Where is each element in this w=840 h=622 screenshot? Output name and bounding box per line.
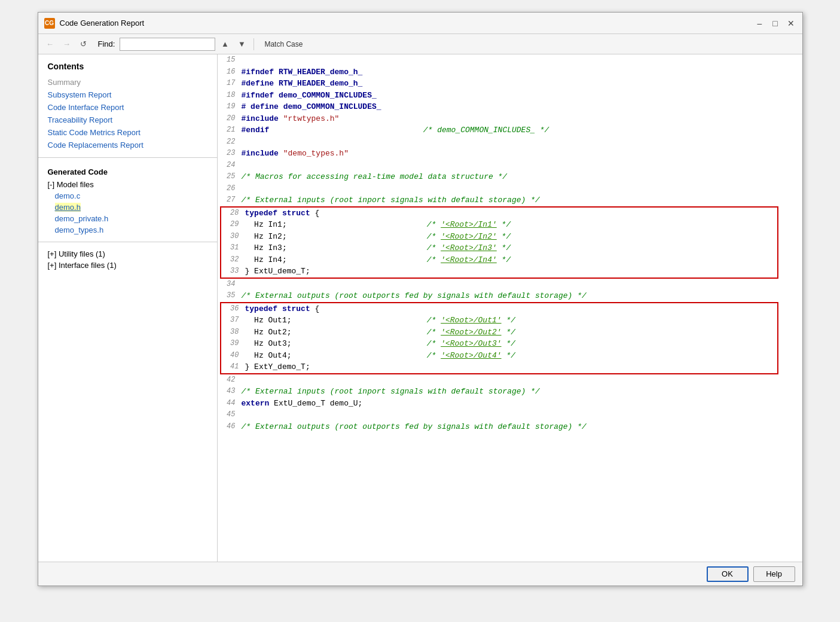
code-line-26: 26: [218, 183, 802, 195]
link-root-out4[interactable]: '<Root>/Out4': [441, 351, 501, 360]
line-num-16: 16: [220, 66, 242, 77]
link-root-in3[interactable]: '<Root>/In3': [441, 243, 497, 252]
link-root-in4[interactable]: '<Root>/In4': [441, 255, 497, 264]
code-line-24: 24: [218, 160, 802, 172]
code-text-40: Hz Out4; /* '<Root>/Out4' */: [245, 350, 515, 362]
link-root-out3[interactable]: '<Root>/Out3': [441, 339, 501, 348]
left-panel: Contents Summary Subsystem Report Code I…: [38, 54, 218, 562]
code-line-35: 35 /* External outputs (root outports fe…: [218, 290, 802, 302]
ok-button[interactable]: OK: [707, 566, 749, 582]
line-num-29: 29: [224, 219, 245, 230]
code-text-19: # define demo_COMMON_INCLUDES_: [242, 101, 381, 113]
line-num-26: 26: [220, 183, 242, 194]
refresh-button[interactable]: ↺: [77, 37, 91, 51]
code-text-16: #ifndef RTW_HEADER_demo_h_: [242, 66, 363, 78]
main-content: Contents Summary Subsystem Report Code I…: [38, 54, 802, 562]
find-down-button[interactable]: ▼: [234, 37, 249, 51]
generated-code-heading: Generated Code: [38, 164, 217, 179]
file-demo-types-h-link[interactable]: demo_types.h: [55, 225, 104, 234]
struct-box-1: 28 typedef struct { 29 Hz In1; /* '<Root…: [220, 206, 778, 279]
file-demo-private-h: demo_private.h: [38, 213, 217, 224]
code-text-25: /* Macros for accessing real-time model …: [242, 171, 508, 183]
line-num-40: 40: [224, 350, 245, 361]
code-line-22: 22: [218, 136, 802, 148]
nav-summary[interactable]: Summary: [38, 76, 217, 89]
code-line-36: 36 typedef struct {: [221, 303, 777, 315]
link-root-in2[interactable]: '<Root>/In2': [441, 232, 497, 241]
utility-files-heading[interactable]: [+] Utility files (1): [38, 248, 217, 260]
divider-2: [38, 242, 217, 242]
code-line-45: 45: [218, 409, 802, 421]
line-num-42: 42: [220, 374, 242, 385]
code-line-19: 19 # define demo_COMMON_INCLUDES_: [218, 101, 802, 113]
line-num-34: 34: [220, 279, 242, 289]
line-num-39: 39: [224, 338, 245, 349]
interface-files-heading[interactable]: [+] Interface files (1): [38, 260, 217, 271]
window-title: Code Generation Report: [60, 19, 145, 28]
code-text-43: /* External inputs (root inport signals …: [242, 386, 540, 398]
main-window: CG Code Generation Report – □ ✕ ← → ↺ Fi…: [38, 12, 803, 586]
line-num-15: 15: [220, 54, 242, 65]
title-bar: CG Code Generation Report – □ ✕: [38, 13, 802, 34]
code-text-22: [242, 136, 246, 148]
file-demo-h-link[interactable]: demo.h: [55, 203, 81, 212]
code-text-23: #include "demo_types.h": [242, 148, 349, 160]
model-files-heading: [-] Model files: [38, 179, 217, 190]
nav-metrics[interactable]: Static Code Metrics Report: [38, 126, 217, 139]
minimize-button[interactable]: –: [755, 18, 765, 29]
line-num-17: 17: [220, 78, 242, 89]
code-line-20: 20 #include "rtwtypes.h": [218, 113, 802, 125]
code-line-27: 27 /* External inputs (root inport signa…: [218, 194, 802, 206]
find-input[interactable]: [120, 38, 215, 51]
code-line-37: 37 Hz Out1; /* '<Root>/Out1' */: [221, 315, 777, 327]
line-num-25: 25: [220, 171, 242, 182]
link-root-in1[interactable]: '<Root>/In1': [441, 220, 497, 229]
code-text-42: [242, 374, 246, 386]
code-text-29: Hz In1; /* '<Root>/In1' */: [245, 219, 511, 231]
line-num-38: 38: [224, 327, 245, 337]
code-text-26: [242, 183, 246, 195]
maximize-button[interactable]: □: [770, 18, 781, 29]
bottom-bar: OK Help: [38, 562, 802, 586]
find-up-button[interactable]: ▲: [218, 37, 232, 51]
file-demo-c: demo.c: [38, 190, 217, 202]
link-root-out2[interactable]: '<Root>/Out2': [441, 328, 501, 337]
line-num-27: 27: [220, 194, 242, 205]
code-line-29: 29 Hz In1; /* '<Root>/In1' */: [221, 219, 777, 231]
line-num-33: 33: [224, 266, 245, 276]
file-demo-private-h-link[interactable]: demo_private.h: [55, 214, 109, 223]
code-line-33: 33 } ExtU_demo_T;: [221, 266, 777, 278]
code-line-32: 32 Hz In4; /* '<Root>/In4' */: [221, 254, 777, 266]
code-line-25: 25 /* Macros for accessing real-time mod…: [218, 171, 802, 183]
code-text-20: #include "rtwtypes.h": [242, 113, 340, 125]
code-text-35: /* External outputs (root outports fed b…: [242, 290, 587, 302]
code-line-30: 30 Hz In2; /* '<Root>/In2' */: [221, 231, 777, 243]
forward-button[interactable]: →: [60, 37, 74, 51]
back-button[interactable]: ←: [43, 37, 57, 51]
nav-traceability[interactable]: Traceability Report: [38, 114, 217, 126]
link-root-out1[interactable]: '<Root>/Out1': [441, 316, 501, 325]
file-demo-types-h: demo_types.h: [38, 224, 217, 236]
nav-replacements[interactable]: Code Replacements Report: [38, 139, 217, 151]
code-line-44: 44 extern ExtU_demo_T demo_U;: [218, 398, 802, 410]
interface-files-label: [+] Interface files (1): [48, 261, 117, 270]
code-text-34: [242, 279, 246, 291]
code-text-24: [242, 160, 246, 172]
code-text-44: extern ExtU_demo_T demo_U;: [242, 398, 363, 410]
line-num-23: 23: [220, 148, 242, 158]
code-line-28: 28 typedef struct {: [221, 208, 777, 219]
title-controls: – □ ✕: [755, 18, 796, 29]
line-num-37: 37: [224, 315, 245, 325]
line-num-44: 44: [220, 398, 242, 408]
divider-1: [38, 157, 217, 158]
help-button[interactable]: Help: [753, 566, 795, 582]
file-demo-c-link[interactable]: demo.c: [55, 191, 81, 200]
nav-subsystem[interactable]: Subsystem Report: [38, 89, 217, 101]
model-files-label: [-] Model files: [48, 180, 94, 189]
code-text-46: /* External outputs (root outports fed b…: [242, 421, 587, 433]
code-text-21: #endif /* demo_COMMON_INCLUDES_ */: [242, 124, 549, 136]
right-panel[interactable]: 15 16 #ifndef RTW_HEADER_demo_h_ 17 #def…: [218, 54, 802, 562]
nav-code-interface[interactable]: Code Interface Report: [38, 101, 217, 114]
match-case-button[interactable]: Match Case: [259, 38, 308, 50]
close-button[interactable]: ✕: [786, 18, 796, 29]
